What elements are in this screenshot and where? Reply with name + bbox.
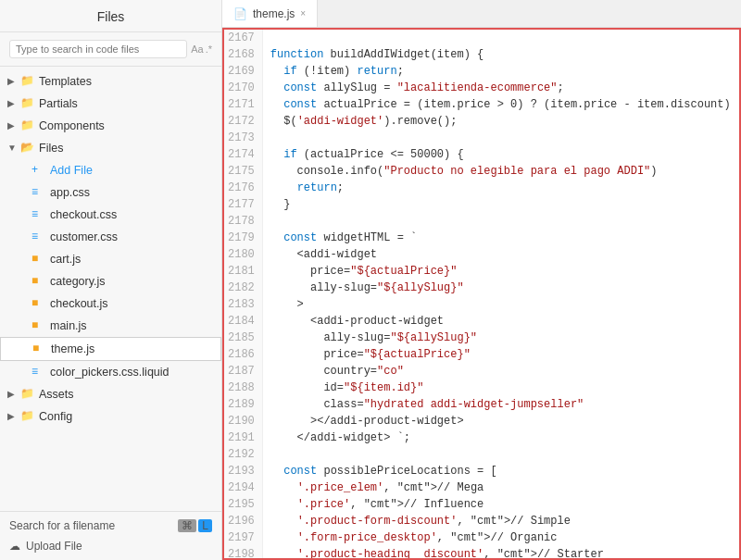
- line-code: const actualPrice = (item.price > 0) ? (…: [262, 96, 741, 113]
- sidebar-item-templates[interactable]: ▶ 📁 Templates: [0, 70, 221, 93]
- js-file-icon: ■: [31, 294, 46, 312]
- file-tree: ▶ 📁 Templates ▶ 📁 Partials ▶ 📁 Component…: [0, 67, 221, 511]
- table-row: 2175 console.info("Producto no elegible …: [224, 163, 741, 180]
- sidebar-item-files[interactable]: ▼ 📂 Files: [0, 137, 221, 159]
- table-row: 2194 '.price_elem', "cmt">// Mega: [224, 479, 741, 496]
- sidebar-title: Files: [97, 9, 125, 24]
- js-file-icon: ■: [31, 250, 46, 268]
- upload-file-button[interactable]: ☁ Upload File: [9, 540, 212, 553]
- sidebar-item-category-js[interactable]: ■ category.js: [0, 270, 221, 292]
- line-code: ally-slug="${allySlug}": [262, 330, 741, 346]
- table-row: 2187 country="co": [224, 363, 741, 380]
- item-label: Components: [39, 117, 214, 135]
- sidebar-item-checkout-js[interactable]: ■ checkout.js: [0, 292, 221, 315]
- editor-area: 📄 theme.js × 2167 2168function buildAddI…: [222, 0, 741, 560]
- line-number: 2172: [224, 113, 262, 130]
- line-code: if (!item) return;: [262, 63, 741, 80]
- table-row: 2195 '.price', "cmt">// Influence: [224, 496, 741, 513]
- item-label: cart.js: [50, 250, 214, 268]
- table-row: 2167: [224, 30, 741, 46]
- sidebar: Files Aa .* ▶ 📁 Templates ▶ 📁 Partials ▶…: [0, 0, 222, 560]
- search-filename-bar: Search for a filename ⌘ L: [9, 519, 212, 532]
- line-number: 2174: [224, 146, 262, 163]
- sidebar-item-checkout-css[interactable]: ≡ checkout.css: [0, 204, 221, 226]
- line-code: console.info("Producto no elegible para …: [262, 163, 741, 180]
- sidebar-item-cart-js[interactable]: ■ cart.js: [0, 248, 221, 270]
- item-label: Assets: [39, 385, 214, 404]
- tab-bar: 📄 theme.js ×: [222, 0, 741, 28]
- line-number: 2189: [224, 396, 262, 413]
- table-row: 2182 ally-slug="${allySlug}": [224, 280, 741, 296]
- sidebar-item-app-css[interactable]: ≡ app.css: [0, 181, 221, 204]
- arrow-icon: ▶: [7, 409, 20, 424]
- line-number: 2183: [224, 296, 262, 313]
- code-editor[interactable]: 2167 2168function buildAddIWidget(item) …: [222, 28, 741, 560]
- code-lines: 2167 2168function buildAddIWidget(item) …: [224, 30, 741, 560]
- table-row: 2168function buildAddIWidget(item) {: [224, 46, 741, 63]
- line-code: [262, 30, 741, 46]
- folder-icon: 📁: [20, 72, 35, 90]
- arrow-icon: ▶: [7, 96, 20, 111]
- sidebar-item-config[interactable]: ▶ 📁 Config: [0, 405, 221, 428]
- line-code: '.form-price_desktop', "cmt">// Organic: [262, 529, 741, 546]
- search-input[interactable]: [9, 40, 187, 58]
- item-label: category.js: [50, 272, 214, 291]
- tab-close-button[interactable]: ×: [300, 8, 306, 19]
- line-code: }: [262, 196, 741, 213]
- regex-icon[interactable]: .*: [206, 44, 212, 55]
- sidebar-search-bar: Aa .*: [0, 32, 221, 67]
- tab-file-icon: 📄: [233, 7, 247, 20]
- sidebar-item-theme-js[interactable]: ■ theme.js: [0, 337, 221, 361]
- sidebar-header: Files: [0, 0, 221, 32]
- sidebar-item-partials[interactable]: ▶ 📁 Partials: [0, 93, 221, 115]
- tab-theme-js[interactable]: 📄 theme.js ×: [222, 0, 318, 27]
- item-label: Partials: [39, 94, 214, 113]
- item-label: Templates: [39, 72, 214, 91]
- line-code: if (actualPrice <= 50000) {: [262, 146, 741, 163]
- arrow-icon: ▶: [7, 387, 20, 402]
- tab-label: theme.js: [253, 7, 295, 20]
- match-case-icon[interactable]: Aa: [191, 44, 203, 55]
- line-code: const widgetHTML = `: [262, 230, 741, 246]
- line-number: 2185: [224, 330, 262, 346]
- folder-icon: 📁: [20, 117, 35, 134]
- liquid-file-icon: ≡: [31, 363, 46, 380]
- folder-icon: 📁: [20, 407, 35, 425]
- line-number: 2194: [224, 479, 262, 496]
- table-row: 2180 <addi-widget: [224, 246, 741, 263]
- sidebar-item-assets[interactable]: ▶ 📁 Assets: [0, 383, 221, 405]
- folder-icon: 📁: [20, 385, 35, 403]
- line-code: const possiblePriceLocations = [: [262, 463, 741, 479]
- line-number: 2195: [224, 496, 262, 513]
- item-label: app.css: [50, 183, 214, 202]
- item-label: Add File: [50, 161, 214, 180]
- line-code: </addi-widget> `;: [262, 429, 741, 446]
- js-file-icon: ■: [31, 272, 46, 290]
- table-row: 2178: [224, 213, 741, 230]
- table-row: 2171 const actualPrice = (item.price > 0…: [224, 96, 741, 113]
- line-code: '.product-form-discount', "cmt">// Simpl…: [262, 513, 741, 529]
- line-code: const allySlug = "lacalitienda-ecommerce…: [262, 80, 741, 96]
- sidebar-item-color-pickers[interactable]: ≡ color_pickers.css.liquid: [0, 361, 221, 383]
- line-number: 2177: [224, 196, 262, 213]
- js-file-icon: ■: [31, 317, 46, 334]
- table-row: 2184 <addi-product-widget: [224, 313, 741, 330]
- sidebar-item-customer-css[interactable]: ≡ customer.css: [0, 226, 221, 248]
- line-code: id="${item.id}": [262, 380, 741, 396]
- table-row: 2170 const allySlug = "lacalitienda-ecom…: [224, 80, 741, 96]
- line-number: 2193: [224, 463, 262, 479]
- line-code: return;: [262, 180, 741, 196]
- folder-open-icon: 📂: [20, 139, 35, 156]
- line-code: '.price', "cmt">// Influence: [262, 496, 741, 513]
- line-number: 2181: [224, 263, 262, 280]
- arrow-icon: ▶: [7, 74, 20, 89]
- line-code: <addi-widget: [262, 246, 741, 263]
- line-number: 2197: [224, 529, 262, 546]
- folder-icon: 📁: [20, 94, 35, 112]
- table-row: 2177 }: [224, 196, 741, 213]
- sidebar-item-components[interactable]: ▶ 📁 Components: [0, 115, 221, 137]
- line-number: 2196: [224, 513, 262, 529]
- table-row: 2186 price="${actualPrice}": [224, 346, 741, 363]
- sidebar-item-add-file[interactable]: + Add File: [0, 159, 221, 181]
- sidebar-item-main-js[interactable]: ■ main.js: [0, 315, 221, 337]
